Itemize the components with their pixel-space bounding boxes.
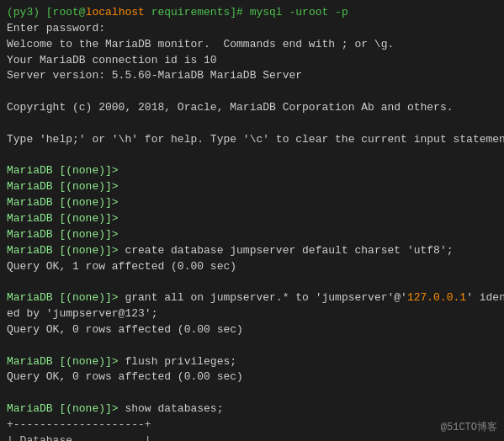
welcome-text: Welcome to the MariaDB monitor. Commands… [7,38,394,50]
mariadb-prompt1: MariaDB [(none)]> [7,164,119,177]
blank3 [7,148,497,164]
watermark: @51CTO博客 [441,420,497,434]
prompt-py3: (py3) [root@ [7,6,86,19]
blank4 [7,274,497,290]
enter-pwd-text: Enter password: [7,22,112,35]
flush-prompt: MariaDB [(none)]> [7,355,125,368]
create-db-cmd: create database jumpserver default chars… [125,244,453,257]
grant-line1: MariaDB [(none)]> grant all on jumpserve… [7,290,497,306]
query-ok2-text: Query OK, 0 rows affected (0.00 sec) [7,323,243,336]
help-hint-line: Type 'help;' or '\h' for help. Type '\c'… [7,132,497,148]
conn-id-text: Your MariaDB connection id is 10 [7,54,217,66]
query-ok3-text: Query OK, 0 rows affected (0.00 sec) [7,370,243,383]
flush-line: MariaDB [(none)]> flush privileges; [7,354,497,370]
show-db-cmd: show databases; [125,402,223,415]
show-db-line: MariaDB [(none)]> show databases; [7,401,497,417]
server-ver-text: Server version: 5.5.60-MariaDB MariaDB S… [7,69,302,82]
blank2 [7,116,497,132]
prompt3-line: MariaDB [(none)]> [7,195,497,211]
copyright-text: Copyright (c) 2000, 2018, Oracle, MariaD… [7,101,454,114]
grant-cmd1: grant all on jumpserver.* to 'jumpserver… [125,291,406,304]
enter-password-line: Enter password: [7,21,497,37]
grant-cmd1b: ' identifi [466,291,504,304]
terminal-window: (py3) [root@localhost requirements]# mys… [0,0,504,441]
welcome-line: Welcome to the MariaDB monitor. Commands… [7,37,497,53]
cmd-line: (py3) [root@localhost requirements]# mys… [7,5,497,21]
prompt5-line: MariaDB [(none)]> [7,227,497,243]
help-hint-text: Type 'help;' or '\h' for help. Type '\c'… [7,133,504,146]
server-ver-line: Server version: 5.5.60-MariaDB MariaDB S… [7,68,497,84]
blank5 [7,338,497,354]
query-ok1-text: Query OK, 1 row affected (0.00 sec) [7,260,236,273]
query-ok3-line: Query OK, 0 rows affected (0.00 sec) [7,369,497,385]
query-ok1-line: Query OK, 1 row affected (0.00 sec) [7,259,497,275]
prompt4-line: MariaDB [(none)]> [7,211,497,227]
prompt2-line: MariaDB [(none)]> [7,179,497,195]
grant-prompt: MariaDB [(none)]> [7,291,125,304]
create-db-line: MariaDB [(none)]> create database jumpse… [7,243,497,259]
cmd-text: requirements]# mysql -uroot -p [145,6,348,19]
grant-line2: ed by 'jumpserver@123'; [7,306,497,322]
table-top: +--------------------+ [7,417,497,433]
flush-cmd: flush privileges; [125,355,236,368]
grant-cmd2: ed by 'jumpserver@123'; [7,307,157,320]
prompt1-line: MariaDB [(none)]> [7,163,497,179]
mariadb-prompt4: MariaDB [(none)]> [7,212,119,225]
mariadb-prompt3: MariaDB [(none)]> [7,196,119,209]
table-header-text: | Database | [7,434,151,441]
conn-id-line: Your MariaDB connection id is 10 [7,53,497,69]
blank1 [7,84,497,100]
blank6 [7,385,497,401]
table-top-text: +--------------------+ [7,418,151,431]
show-db-prompt: MariaDB [(none)]> [7,402,125,415]
create-db-prompt: MariaDB [(none)]> [7,244,125,257]
mariadb-prompt2: MariaDB [(none)]> [7,180,119,193]
query-ok2-line: Query OK, 0 rows affected (0.00 sec) [7,322,497,338]
table-header: | Database | [7,433,497,441]
mariadb-prompt5: MariaDB [(none)]> [7,228,119,241]
hostname: localhost [86,6,145,19]
copyright-line: Copyright (c) 2000, 2018, Oracle, MariaD… [7,100,497,116]
grant-ip: 127.0.0.1 [407,291,466,304]
